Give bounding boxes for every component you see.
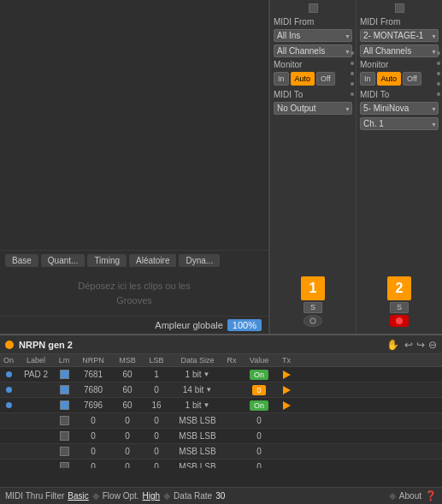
td-lsb: 0: [142, 416, 171, 425]
td-nrpn: 7696: [74, 400, 113, 410]
monitor-auto-btn-right[interactable]: Auto: [377, 72, 402, 86]
tab-dyna[interactable]: Dyna...: [179, 254, 220, 267]
th-lm: Lm: [55, 355, 74, 365]
td-value: 0: [239, 385, 279, 394]
track1-power-btn[interactable]: [304, 315, 322, 327]
td-tx[interactable]: [279, 371, 294, 379]
td-lsb: 0: [142, 462, 171, 468]
td-value: 0: [239, 462, 279, 468]
midi-panel-right: MIDI From 2- MONTAGE-1 ▼ All Channels ▼: [356, 0, 442, 334]
track2-rec-btn[interactable]: [390, 315, 409, 327]
td-tx[interactable]: [279, 386, 294, 394]
nrpn-icon-3[interactable]: ⊖: [428, 339, 437, 351]
th-nrpn: NRPN: [74, 355, 113, 365]
td-msb: 0: [113, 416, 142, 425]
tab-quant[interactable]: Quant...: [41, 254, 85, 267]
td-nrpn: 0: [74, 416, 113, 425]
monitor-off-btn-left[interactable]: Off: [316, 72, 335, 86]
nrpn-header: NRPN gen 2 ✋ ↩ ↪ ⊖: [0, 335, 442, 354]
status-sep2: ◆: [163, 490, 170, 501]
midi-input-select-right[interactable]: 2- MONTAGE-1: [360, 29, 439, 42]
track2-s-btn[interactable]: S: [390, 302, 409, 313]
td-on[interactable]: [0, 402, 17, 408]
tab-base[interactable]: Base: [5, 254, 38, 267]
th-tx: Tx: [279, 355, 294, 365]
help-icon[interactable]: ❓: [425, 490, 437, 501]
nrpn-icon-1[interactable]: ↩: [404, 339, 413, 351]
drop-zone: Déposez ici les clips ou les Grooves: [0, 270, 268, 316]
td-msb: 60: [113, 370, 142, 379]
td-lm[interactable]: [55, 416, 74, 425]
td-nrpn: 0: [74, 447, 113, 456]
midi-to-label-right: MIDI To: [360, 90, 439, 99]
midi-to-select-left[interactable]: No Output: [274, 102, 352, 115]
midi-to-wrapper-right[interactable]: 5- MiniNova ▼: [360, 102, 439, 115]
monitor-off-btn-right[interactable]: Off: [403, 72, 421, 86]
midi-ch-select-right[interactable]: Ch. 1: [360, 117, 439, 130]
td-value: On: [239, 370, 279, 379]
monitor-auto-btn-left[interactable]: Auto: [291, 72, 315, 86]
ampleur-row: Ampleur globale 100%: [0, 316, 268, 334]
basic-btn[interactable]: Basic: [68, 491, 88, 501]
ampleur-value: 100%: [227, 319, 262, 331]
nrpn-icon-2[interactable]: ↪: [416, 339, 425, 351]
midi-from-label-left: MIDI From: [274, 17, 352, 27]
monitor-in-btn-right[interactable]: In: [360, 72, 375, 86]
midi-input-select-left[interactable]: All Ins: [274, 29, 352, 42]
high-btn[interactable]: High: [143, 491, 161, 501]
td-lm[interactable]: [55, 400, 74, 410]
indicator-sq-right: [395, 3, 404, 13]
td-value: 0: [239, 431, 279, 441]
td-datasize: MSB LSB: [171, 462, 224, 468]
td-datasize: MSB LSB: [171, 447, 224, 456]
tab-timing[interactable]: Timing: [87, 254, 127, 267]
midi-channel-wrapper-left[interactable]: All Channels ▼: [274, 44, 352, 57]
td-nrpn: 0: [74, 431, 113, 441]
midi-input-wrapper-left[interactable]: All Ins ▼: [274, 29, 352, 42]
td-nrpn: 0: [74, 462, 113, 468]
td-lm[interactable]: [55, 447, 74, 456]
td-label: PAD 2: [17, 370, 55, 379]
midi-channel-select-left[interactable]: All Channels: [274, 44, 352, 57]
midi-to-wrapper-left[interactable]: No Output ▼: [274, 102, 352, 115]
midi-to-select-right[interactable]: 5- MiniNova: [360, 102, 439, 115]
th-rx: Rx: [224, 355, 239, 365]
monitor-in-btn-left[interactable]: In: [274, 72, 289, 86]
td-value: 0: [239, 416, 279, 425]
td-tx[interactable]: [279, 401, 294, 410]
th-datasize: Data Size: [171, 355, 224, 365]
td-lm[interactable]: [55, 385, 74, 394]
midi-from-label-right: MIDI From: [360, 17, 439, 27]
td-on[interactable]: [0, 371, 17, 377]
td-lm[interactable]: [55, 370, 74, 379]
table-row: 769660161 bit▼On: [0, 398, 442, 413]
td-msb: 0: [113, 447, 142, 456]
th-label: Label: [17, 355, 55, 365]
td-value: On: [239, 400, 279, 410]
th-on: On: [0, 355, 17, 365]
midi-ch-wrapper-right[interactable]: Ch. 1 ▼: [360, 117, 439, 130]
table-row: 000MSB LSB0: [0, 460, 442, 468]
table-row: 000MSB LSB0: [0, 444, 442, 460]
td-lm[interactable]: [55, 431, 74, 441]
about-btn[interactable]: About: [399, 491, 421, 501]
monitor-label-left: Monitor: [274, 60, 352, 69]
td-datasize: MSB LSB: [171, 431, 224, 441]
td-msb: 0: [113, 431, 142, 441]
td-msb: 60: [113, 400, 142, 410]
td-lm[interactable]: [55, 462, 74, 468]
td-value: 0: [239, 447, 279, 456]
track1-s-btn[interactable]: S: [304, 302, 322, 313]
track2-number: 2: [387, 276, 411, 300]
td-nrpn: 7681: [74, 370, 113, 379]
tab-aleatoire[interactable]: Aléatoire: [129, 254, 176, 267]
midi-channel-select-right[interactable]: All Channels: [360, 44, 439, 57]
th-value: Value: [239, 355, 279, 365]
td-on[interactable]: [0, 387, 17, 393]
indicator-sq-left: [309, 3, 318, 13]
td-lsb: 0: [142, 431, 171, 441]
td-lsb: 0: [142, 385, 171, 394]
midi-channel-wrapper-right[interactable]: All Channels ▼: [360, 44, 439, 57]
midi-input-wrapper-right[interactable]: 2- MONTAGE-1 ▼: [360, 29, 439, 42]
td-msb: 0: [113, 462, 142, 468]
